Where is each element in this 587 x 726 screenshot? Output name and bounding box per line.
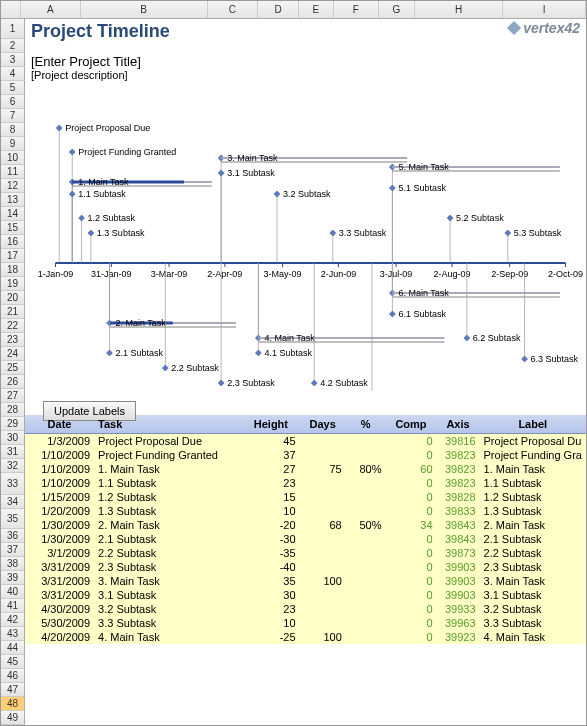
row-header[interactable]: 26 <box>1 375 25 389</box>
row-header[interactable]: 18 <box>1 263 25 277</box>
column-header[interactable]: A <box>21 1 81 18</box>
project-title-placeholder[interactable]: [Enter Project Title] <box>25 54 586 69</box>
row-header[interactable]: 40 <box>1 585 25 599</box>
column-header[interactable]: G <box>379 1 416 18</box>
page-title: Project Timeline <box>25 19 586 44</box>
row-header[interactable]: 38 <box>1 557 25 571</box>
column-header[interactable]: H <box>415 1 503 18</box>
svg-text:3-Jul-09: 3-Jul-09 <box>380 269 413 279</box>
table-header[interactable]: Axis <box>437 415 480 433</box>
row-header[interactable]: 9 <box>1 137 25 151</box>
table-row[interactable]: 3/31/20092.3 Subtask-400399032.3 Subtask <box>25 560 586 574</box>
table-row[interactable]: 1/3/2009Project Proposal Due45039816Proj… <box>25 433 586 448</box>
row-header[interactable]: 44 <box>1 641 25 655</box>
column-header[interactable]: F <box>334 1 379 18</box>
row-header[interactable]: 20 <box>1 291 25 305</box>
table-header[interactable]: % <box>346 415 386 433</box>
column-header[interactable]: I <box>503 1 586 18</box>
svg-marker-40 <box>88 230 94 236</box>
row-header[interactable]: 27 <box>1 389 25 403</box>
row-header[interactable]: 2 <box>1 39 25 53</box>
svg-marker-91 <box>389 185 395 191</box>
table-header[interactable]: Days <box>300 415 346 433</box>
row-header[interactable]: 45 <box>1 655 25 669</box>
row-header[interactable]: 25 <box>1 361 25 375</box>
row-header[interactable]: 1 <box>1 19 25 39</box>
row-header[interactable]: 5 <box>1 81 25 95</box>
table-row[interactable]: 3/1/20092.2 Subtask-350398732.2 Subtask <box>25 546 586 560</box>
row-header[interactable]: 24 <box>1 347 25 361</box>
table-header[interactable]: Label <box>480 415 586 433</box>
row-header[interactable]: 19 <box>1 277 25 291</box>
svg-marker-77 <box>255 350 261 356</box>
project-description-placeholder[interactable]: [Project description] <box>25 69 586 81</box>
row-header[interactable]: 31 <box>1 445 25 459</box>
row-header[interactable]: 29 <box>1 417 25 431</box>
row-header[interactable]: 16 <box>1 235 25 249</box>
row-header[interactable]: 6 <box>1 95 25 109</box>
table-header[interactable]: Comp <box>385 415 436 433</box>
row-header[interactable]: 36 <box>1 529 25 543</box>
table-row[interactable]: 1/30/20092.1 Subtask-300398432.1 Subtask <box>25 532 586 546</box>
table-header[interactable]: Height <box>242 415 299 433</box>
row-header[interactable]: 12 <box>1 179 25 193</box>
svg-marker-37 <box>79 215 85 221</box>
svg-text:3-Mar-09: 3-Mar-09 <box>151 269 188 279</box>
table-row[interactable]: 1/10/20091.1 Subtask230398231.1 Subtask <box>25 476 586 490</box>
row-header[interactable]: 13 <box>1 193 25 207</box>
column-header[interactable]: E <box>299 1 334 18</box>
row-header[interactable]: 41 <box>1 599 25 613</box>
row-header[interactable]: 7 <box>1 109 25 123</box>
row-header[interactable]: 3 <box>1 53 25 67</box>
row-header[interactable]: 47 <box>1 683 25 697</box>
row-header[interactable]: 22 <box>1 319 25 333</box>
column-header[interactable]: D <box>258 1 299 18</box>
column-header[interactable]: B <box>81 1 208 18</box>
table-row[interactable]: 1/10/20091. Main Task277580%60398231. Ma… <box>25 462 586 476</box>
row-header[interactable]: 34 <box>1 495 25 509</box>
table-row[interactable]: 4/20/20094. Main Task-251000399234. Main… <box>25 630 586 644</box>
row-header[interactable]: 37 <box>1 543 25 557</box>
row-header[interactable]: 23 <box>1 333 25 347</box>
row-header[interactable]: 42 <box>1 613 25 627</box>
table-header[interactable]: Task <box>94 415 242 433</box>
svg-text:31-Jan-09: 31-Jan-09 <box>91 269 132 279</box>
row-header[interactable]: 21 <box>1 305 25 319</box>
table-row[interactable]: 4/30/20093.2 Subtask230399333.2 Subtask <box>25 602 586 616</box>
row-header[interactable]: 39 <box>1 571 25 585</box>
row-header[interactable]: 15 <box>1 221 25 235</box>
svg-marker-108 <box>464 335 470 341</box>
row-header[interactable]: 35 <box>1 509 25 529</box>
table-row[interactable]: 3/31/20093.1 Subtask300399033.1 Subtask <box>25 588 586 602</box>
svg-text:4.1 Subtask: 4.1 Subtask <box>264 348 312 358</box>
row-header[interactable]: 8 <box>1 123 25 137</box>
data-table[interactable]: DateTaskHeightDays%CompAxisLabel 1/3/200… <box>25 415 586 644</box>
svg-text:2-Apr-09: 2-Apr-09 <box>207 269 242 279</box>
row-header[interactable]: 14 <box>1 207 25 221</box>
row-header[interactable]: 32 <box>1 459 25 473</box>
table-row[interactable]: 3/31/20093. Main Task351000399033. Main … <box>25 574 586 588</box>
row-header[interactable]: 46 <box>1 669 25 683</box>
row-header[interactable]: 4 <box>1 67 25 81</box>
row-header[interactable]: 43 <box>1 627 25 641</box>
svg-text:Project Funding Granted: Project Funding Granted <box>78 147 176 157</box>
table-row[interactable]: 5/30/20093.3 Subtask100399633.3 Subtask <box>25 616 586 630</box>
row-header[interactable]: 28 <box>1 403 25 417</box>
svg-text:3.1 Subtask: 3.1 Subtask <box>227 168 275 178</box>
table-row[interactable]: 1/10/2009Project Funding Granted37039823… <box>25 448 586 462</box>
row-header[interactable]: 49 <box>1 711 25 725</box>
table-row[interactable]: 1/30/20092. Main Task-206850%34398432. M… <box>25 518 586 532</box>
row-header[interactable]: 30 <box>1 431 25 445</box>
row-header[interactable]: 48 <box>1 697 25 711</box>
table-row[interactable]: 1/20/20091.3 Subtask100398331.3 Subtask <box>25 504 586 518</box>
svg-text:1-Jan-09: 1-Jan-09 <box>38 269 74 279</box>
row-header[interactable]: 33 <box>1 473 25 495</box>
row-header[interactable]: 10 <box>1 151 25 165</box>
svg-text:2.2 Subtask: 2.2 Subtask <box>171 363 219 373</box>
svg-text:2-Oct-09: 2-Oct-09 <box>548 269 583 279</box>
svg-text:2.3 Subtask: 2.3 Subtask <box>227 378 275 388</box>
column-header[interactable]: C <box>208 1 259 18</box>
row-header[interactable]: 11 <box>1 165 25 179</box>
row-header[interactable]: 17 <box>1 249 25 263</box>
table-row[interactable]: 1/15/20091.2 Subtask150398281.2 Subtask <box>25 490 586 504</box>
